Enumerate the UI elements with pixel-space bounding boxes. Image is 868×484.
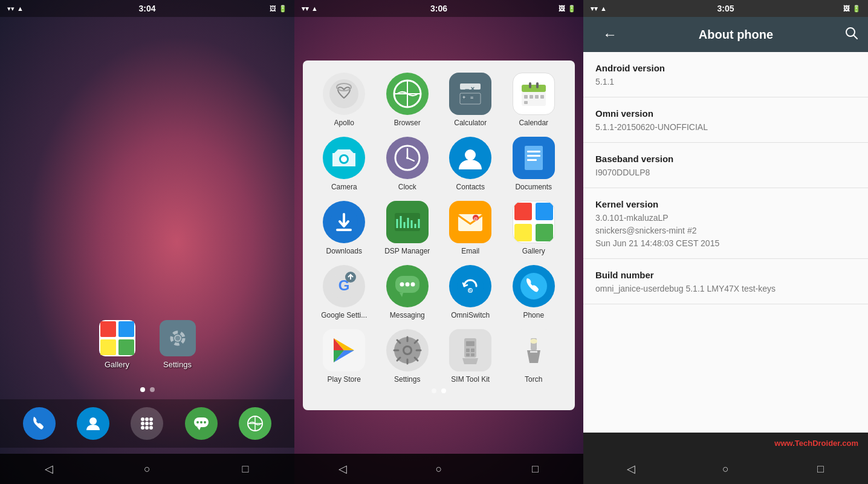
home-time: 3:04 [138,4,155,13]
home-back-btn[interactable]: ◁ [37,457,61,481]
svg-rect-43 [524,101,528,104]
svg-rect-54 [527,159,537,161]
home-screen: ▾▾ ▲ 3:04 🖼 🔋 Gallery [0,0,294,484]
app-drawer-icon [138,415,155,432]
about-footer-text: www.TechDroider.com [593,439,858,448]
about-nav-bar: ◁ ○ □ [583,454,868,484]
app-browser[interactable]: Browser [378,73,437,127]
svg-point-76 [400,283,404,287]
android-version-title: Android version [595,63,856,73]
about-back-btn[interactable]: ◁ [619,457,643,481]
app-drawer-panel: Apollo Browser [303,60,575,410]
drawer-dot-1[interactable] [432,388,436,393]
app-torch[interactable]: Torch [505,329,563,384]
app-calendar[interactable]: Calendar [505,73,563,127]
drawer-signal-icon: ▲ [311,5,318,12]
svg-text:@: @ [474,217,478,221]
svg-rect-42 [540,95,544,99]
home-home-btn[interactable]: ○ [135,457,159,481]
svg-rect-97 [471,353,474,356]
svg-rect-93 [466,341,474,346]
drawer-status-icons-left: ▾▾ ▲ [302,5,318,13]
dock-app-drawer[interactable] [131,407,163,440]
app-contacts[interactable]: Contacts [441,137,500,191]
app-downloads[interactable]: Downloads [315,201,374,255]
svg-point-16 [149,426,153,430]
svg-rect-71 [536,224,553,241]
about-search-button[interactable] [845,27,858,43]
about-phone-screen: ▾▾ ▲ 3:05 🖼 🔋 ← About phone Android vers… [583,0,868,484]
app-torch-label: Torch [525,375,542,384]
home-dot-1[interactable] [140,387,145,392]
dock-phone[interactable] [23,407,56,440]
app-dsp-manager[interactable]: DSP Manager [378,201,437,255]
home-recents-btn[interactable]: □ [233,457,257,481]
about-status-bar: ▾▾ ▲ 3:05 🖼 🔋 [583,0,868,17]
wifi-icon: ▾▾ [7,5,15,13]
drawer-home-btn[interactable]: ○ [427,457,451,481]
svg-point-100 [530,339,537,344]
app-drawer-screen: ▾▾ ▲ 3:06 🖼 🔋 [294,0,583,484]
app-play-store[interactable]: Play Store [315,329,374,384]
svg-line-102 [853,35,857,39]
app-sim-tool-kit[interactable]: SIM Tool Kit [441,329,500,384]
browser-icon-svg [392,79,423,109]
home-status-icons-right: 🖼 🔋 [270,5,287,13]
drawer-dot-2[interactable] [441,388,446,393]
app-calculator-label: Calculator [454,119,487,127]
drawer-back-btn[interactable]: ◁ [331,457,355,481]
about-omni-version: Omni version 5.1.1-20150620-UNOFFICIAL [583,97,868,143]
drawer-time: 3:06 [430,4,447,13]
gallery-desktop-label: Gallery [105,360,129,369]
about-header: ← About phone [583,17,868,52]
app-messaging-label: Messaging [390,311,425,319]
about-title: About phone [639,28,833,42]
photo-notification-icon: 🖼 [270,5,276,12]
svg-text:─  ✕: ─ ✕ [465,86,476,92]
app-browser-label: Browser [394,119,421,127]
app-camera[interactable]: Camera [315,137,374,191]
svg-text:+: + [462,94,465,100]
svg-point-12 [145,422,149,425]
svg-rect-36 [522,85,546,92]
dock-messaging[interactable] [185,407,218,440]
app-phone[interactable]: Phone [505,265,563,319]
app-omniswitch[interactable]: ↺ OmniSwitch [441,265,500,319]
svg-rect-37 [529,82,531,88]
about-status-icons-right: 🖼 🔋 [843,5,861,13]
svg-point-10 [149,417,153,421]
kernel-version-title: Kernel version [595,199,856,209]
svg-rect-69 [536,203,553,220]
svg-rect-53 [527,155,540,157]
app-camera-label: Camera [331,183,357,191]
svg-rect-1 [118,321,134,337]
app-documents[interactable]: Documents [505,137,563,191]
app-gallery[interactable]: Gallery [505,201,563,255]
dock-contacts[interactable] [77,407,109,440]
app-clock-label: Clock [398,183,416,191]
app-clock[interactable]: Clock [378,137,437,191]
app-apollo[interactable]: Apollo [315,73,374,127]
settings-desktop-icon[interactable]: Settings [160,320,196,369]
about-back-button[interactable]: ← [593,17,627,52]
svg-marker-79 [400,293,403,297]
playstore-icon-svg [329,335,359,365]
dock-browser[interactable] [239,407,271,440]
app-settings-drawer[interactable]: Settings [378,329,437,384]
app-email[interactable]: @ Email [441,201,500,255]
drawer-recents-btn[interactable]: □ [523,457,547,481]
app-sim-tool-kit-label: SIM Tool Kit [451,375,490,384]
gallery-desktop-icon[interactable]: Gallery [99,320,135,369]
about-home-btn[interactable]: ○ [714,457,738,481]
home-dot-2[interactable] [150,387,155,392]
svg-rect-52 [527,151,540,152]
app-calculator[interactable]: ─ ✕ + = Calculator [441,73,500,127]
about-content: Android version 5.1.1 Omni version 5.1.1… [583,52,868,433]
app-messaging[interactable]: Messaging [378,265,437,319]
about-recents-btn[interactable]: □ [809,457,833,481]
app-google-settings[interactable]: G Google Setti... [315,265,374,319]
svg-marker-18 [197,427,201,430]
settings-desktop-label: Settings [163,360,192,369]
messaging-icon [192,414,210,433]
svg-rect-38 [536,82,539,88]
